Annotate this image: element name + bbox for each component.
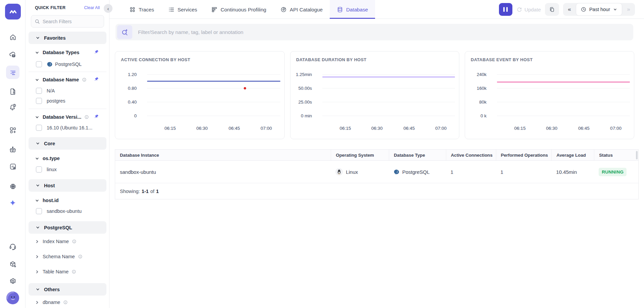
group-table-name[interactable]: Table Name: [35, 268, 76, 275]
sidebar-item-apm[interactable]: [6, 66, 19, 79]
filter-search-input[interactable]: [43, 19, 96, 24]
brand-logo[interactable]: [5, 4, 21, 20]
group-database-types[interactable]: Database Types: [35, 49, 79, 56]
sidebar-item-assistant-bot[interactable]: [6, 143, 19, 156]
refresh-icon: [516, 7, 522, 12]
cell-database-instance[interactable]: sandbox-ubuntu: [115, 161, 331, 183]
package-add-icon: [9, 261, 17, 268]
column-header-average-load[interactable]: Average Load: [551, 150, 594, 160]
filter-option-postgresql[interactable]: PostgreSQL: [36, 61, 82, 68]
caret-down-icon: [613, 7, 617, 11]
tab-traces[interactable]: Traces: [122, 0, 161, 19]
chevron-down-icon: [35, 198, 40, 203]
table-row[interactable]: sandbox-ubuntu Linux PostgreSQL 1 1 10.4…: [115, 161, 638, 183]
filter-option-postgres[interactable]: postgres: [36, 97, 65, 105]
y-axis-tick: 240k: [465, 72, 487, 77]
option-label: sandbox-ubuntu: [47, 208, 82, 214]
info-icon: [84, 115, 89, 119]
x-axis-tick: 06:15: [339, 126, 351, 131]
sidebar-item-settings[interactable]: [6, 274, 19, 288]
sidebar-item-alerts[interactable]: [6, 101, 19, 114]
checkbox[interactable]: [36, 125, 42, 131]
group-dbname[interactable]: dbname: [35, 299, 68, 306]
group-database-name[interactable]: Database Name: [35, 76, 87, 83]
time-range-selector[interactable]: Past hour: [576, 3, 622, 16]
pin-icon[interactable]: [94, 77, 99, 83]
cell-active-connections: 1: [446, 161, 496, 183]
checkbox[interactable]: [36, 61, 42, 67]
section-label: Others: [44, 287, 60, 292]
main-filter-input[interactable]: [138, 29, 574, 35]
checkbox[interactable]: [36, 208, 42, 214]
sidebar-item-logs[interactable]: [6, 85, 19, 98]
column-header-database-type[interactable]: Database Type: [389, 150, 446, 160]
group-database-version[interactable]: Database Versi...: [35, 114, 89, 120]
group-schema-name[interactable]: Schema Name: [35, 253, 83, 260]
filter-option-sandbox-ubuntu[interactable]: sandbox-ubuntu: [36, 207, 82, 215]
group-label: os.type: [43, 156, 60, 161]
pause-button[interactable]: [499, 3, 512, 16]
tab-api-catalogue[interactable]: API Catalogue: [273, 0, 330, 19]
panel-collapse-button[interactable]: ‹: [104, 4, 112, 13]
ai-sparkle-icon: [9, 199, 17, 207]
filter-option-na[interactable]: N/A: [36, 87, 55, 94]
sidebar-item-infrastructure[interactable]: [6, 48, 19, 62]
checkbox[interactable]: [36, 98, 42, 104]
section-label: Favorites: [44, 35, 65, 41]
chevron-down-icon: [35, 141, 40, 146]
pin-icon[interactable]: [94, 114, 99, 121]
group-host-id[interactable]: host.id: [35, 197, 59, 204]
sidebar-item-processes[interactable]: [6, 180, 19, 193]
column-header-performed-operations[interactable]: Performed Operations: [496, 150, 552, 160]
time-forward-button[interactable]: »: [622, 3, 635, 16]
sidebar-item-ai-assistant[interactable]: [6, 196, 19, 210]
x-axis-tick: 07:00: [435, 126, 447, 131]
main-area: Traces Services Continuous Profiling API…: [109, 0, 644, 308]
cell-average-load: 10.45min: [551, 161, 594, 183]
column-header-database-instance[interactable]: Database Instance: [115, 150, 331, 160]
section-favorites[interactable]: Favorites: [29, 32, 106, 44]
checkbox[interactable]: [36, 88, 42, 94]
section-host[interactable]: Host: [29, 179, 106, 192]
copy-icon: [549, 6, 555, 12]
column-header-operating-system[interactable]: Operating System: [331, 150, 389, 160]
copy-button[interactable]: [545, 3, 559, 16]
group-os-type[interactable]: os.type: [35, 155, 60, 162]
update-button[interactable]: Update: [516, 7, 541, 12]
filter-option-linux[interactable]: linux: [36, 166, 57, 173]
column-header-status[interactable]: Status: [594, 150, 638, 160]
sidebar-item-home[interactable]: [6, 30, 19, 44]
ai-search-tile[interactable]: [117, 25, 132, 39]
option-label: 16.10 (Ubuntu 16.1...: [47, 125, 92, 130]
filter-search-box[interactable]: [31, 15, 104, 28]
sidebar-item-integrations[interactable]: [6, 258, 19, 271]
group-index-name[interactable]: Index Name: [35, 238, 77, 245]
sidebar-item-support[interactable]: [6, 240, 19, 253]
sidebar-item-rum[interactable]: [6, 160, 19, 173]
chevron-right-icon: [35, 239, 40, 244]
section-core[interactable]: Core: [29, 137, 106, 150]
filter-option-version[interactable]: 16.10 (Ubuntu 16.1...: [36, 124, 92, 131]
sidebar-item-account[interactable]: [6, 291, 19, 305]
tab-services[interactable]: Services: [161, 0, 204, 19]
section-postgresql[interactable]: PostgreSQL: [29, 221, 106, 234]
main-filter-bar[interactable]: [116, 24, 633, 40]
traces-icon: [129, 6, 136, 13]
chart-database-event: DATABASE EVENT BY HOST 240k160k80k0 k06:…: [465, 51, 634, 139]
series-line: [147, 81, 280, 82]
x-axis-tick: 06:30: [196, 126, 208, 131]
showing-range: 1-1: [142, 189, 149, 194]
ai-search-icon: [121, 29, 128, 36]
section-others[interactable]: Others: [29, 283, 106, 296]
clear-all-button[interactable]: Clear All: [84, 5, 100, 10]
alert-bell-icon: [9, 103, 17, 111]
tab-continuous-profiling[interactable]: Continuous Profiling: [204, 0, 273, 19]
sidebar-item-dashboards[interactable]: [6, 123, 19, 137]
time-back-button[interactable]: «: [563, 3, 576, 16]
group-label: Database Versi...: [43, 114, 81, 120]
checkbox[interactable]: [36, 166, 42, 172]
table-scrollbar[interactable]: [636, 151, 638, 159]
pin-icon[interactable]: [94, 49, 99, 56]
tab-database[interactable]: Database: [330, 0, 375, 19]
column-header-active-connections[interactable]: Active Connections: [446, 150, 496, 160]
